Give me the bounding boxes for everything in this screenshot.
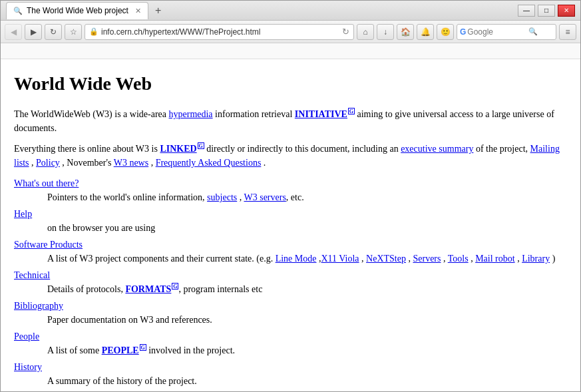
tab-title: The World Wide Web project <box>27 6 128 15</box>
bibliography-desc: Paper documentation on W3 and references… <box>47 313 567 327</box>
history-desc: A summary of the history of the project. <box>47 374 567 388</box>
navigation-bar: ◀ ▶ ↻ ☆ 🔒 ↻ ⌂ ↓ 🏠 🔔 🙂 G 🔍 ≡ <box>1 21 580 43</box>
active-tab[interactable]: 🔍 The World Wide Web project ✕ <box>6 2 148 19</box>
back-button[interactable]: ◀ <box>5 24 22 40</box>
section-history: History A summary of the history of the … <box>14 360 567 388</box>
formats-link[interactable]: FORMATSG <box>125 284 178 294</box>
help-link[interactable]: Help <box>14 207 567 221</box>
download-button[interactable]: ↓ <box>377 24 394 40</box>
smiley-button[interactable]: 🙂 <box>437 24 454 40</box>
linked-link[interactable]: LINKEDG <box>160 144 204 154</box>
people-external-icon: G <box>140 344 146 351</box>
address-bar[interactable]: 🔒 ↻ <box>85 24 354 40</box>
technical-link[interactable]: Technical <box>14 268 567 282</box>
tab-icon: 🔍 <box>13 7 23 15</box>
tab-close-button[interactable]: ✕ <box>135 7 141 15</box>
tools-link[interactable]: Tools <box>448 254 469 264</box>
bookmarks-bar <box>1 43 580 59</box>
executive-summary-link[interactable]: executive summary <box>401 144 473 154</box>
minimize-button[interactable]: — <box>518 5 535 17</box>
maximize-button[interactable]: □ <box>538 5 555 17</box>
section-how-can-i-help: How can I help ? If you would like to su… <box>14 391 567 391</box>
intro-paragraph-1: The WorldWideWeb (W3) is a wide-area hyp… <box>14 107 567 135</box>
section-bibliography: Bibliography Paper documentation on W3 a… <box>14 299 567 327</box>
x11viola-link[interactable]: X11 Viola <box>321 254 359 264</box>
people-bold-link[interactable]: PEOPLEG <box>102 345 146 355</box>
tab-bar: 🔍 The World Wide Web project ✕ + <box>6 2 518 19</box>
w3servers-link[interactable]: W3 servers <box>244 192 286 202</box>
people-desc: A list of some PEOPLEG involved in the p… <box>47 343 567 357</box>
external-icon: G <box>348 108 355 114</box>
external-icon-2: G <box>198 142 204 149</box>
subjects-link[interactable]: subjects <box>207 192 237 202</box>
search-bar[interactable]: G 🔍 <box>457 24 556 40</box>
refresh-button[interactable]: ↻ <box>45 24 62 40</box>
technical-desc: Details of protocols, FORMATSG, program … <box>47 282 567 296</box>
software-products-link[interactable]: Software Products <box>14 238 567 252</box>
software-products-desc: A list of W3 project components and thei… <box>47 252 567 266</box>
mailrobot-link[interactable]: Mail robot <box>475 254 515 264</box>
policy-link[interactable]: Policy <box>36 158 60 168</box>
window-controls: — □ ✕ <box>518 5 575 17</box>
refresh-small-icon: ↻ <box>342 27 349 37</box>
faq-link[interactable]: Frequently Asked Questions <box>156 158 262 168</box>
linemode-link[interactable]: Line Mode <box>276 254 317 264</box>
url-input[interactable] <box>101 27 339 37</box>
hypermedia-link[interactable]: hypermedia <box>169 109 213 119</box>
home2-button[interactable]: 🏠 <box>397 24 414 40</box>
library-link[interactable]: Library <box>522 254 550 264</box>
intro-paragraph-2: Everything there is online about W3 is L… <box>14 142 567 170</box>
forward-button[interactable]: ▶ <box>25 24 42 40</box>
section-help: Help on the browser you are using <box>14 207 567 235</box>
section-technical: Technical Details of protocols, FORMATSG… <box>14 268 567 296</box>
nextstep-link[interactable]: NeXTStep <box>366 254 406 264</box>
servers-link[interactable]: Servers <box>413 254 441 264</box>
page-title: World Wide Web <box>14 70 567 98</box>
section-software-products: Software Products A list of W3 project c… <box>14 238 567 266</box>
close-button[interactable]: ✕ <box>558 5 575 17</box>
new-tab-button[interactable]: + <box>151 5 165 17</box>
help-desc: on the browser you are using <box>47 221 567 235</box>
title-bar: 🔍 The World Wide Web project ✕ + — □ ✕ <box>1 1 580 21</box>
section-whats-out-there: What's out there? Pointers to the world'… <box>14 176 567 204</box>
people-link[interactable]: People <box>14 329 567 343</box>
w3news-link[interactable]: W3 news <box>114 158 149 168</box>
section-people: People A list of some PEOPLEG involved i… <box>14 329 567 357</box>
formats-external-icon: G <box>172 283 178 290</box>
initiative-link[interactable]: INITIATIVEG <box>295 109 355 119</box>
bookmark-button[interactable]: ☆ <box>65 24 82 40</box>
history-link[interactable]: History <box>14 360 567 374</box>
page-content: World Wide Web The WorldWideWeb (W3) is … <box>1 59 580 391</box>
search-magnifier-icon: 🔍 <box>528 27 538 36</box>
whats-out-there-desc: Pointers to the world's online informati… <box>47 190 567 204</box>
whats-out-there-link[interactable]: What's out there? <box>14 176 567 190</box>
bibliography-link[interactable]: Bibliography <box>14 299 567 313</box>
notification-button[interactable]: 🔔 <box>417 24 434 40</box>
home-button[interactable]: ⌂ <box>357 24 374 40</box>
menu-button[interactable]: ≡ <box>559 24 576 40</box>
search-input[interactable] <box>467 27 527 37</box>
google-icon: G <box>460 27 466 37</box>
security-icon: 🔒 <box>89 27 98 36</box>
